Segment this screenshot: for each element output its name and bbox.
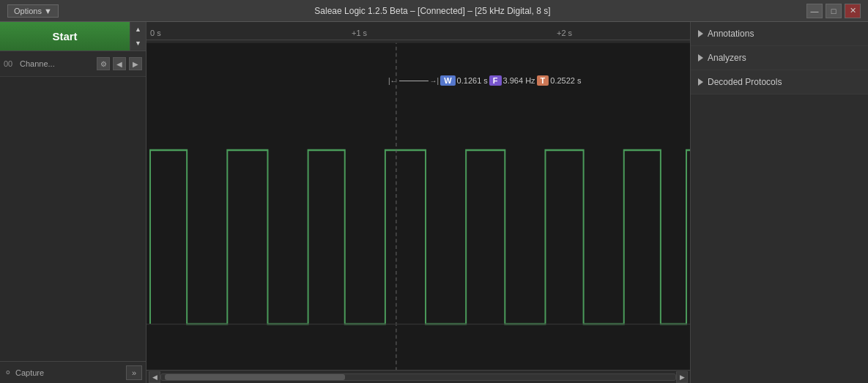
gear-icon: ⚙: [100, 60, 107, 68]
analyzers-label: Analyzers: [708, 53, 746, 63]
measurement-period-value: 0.2522 s: [550, 76, 581, 85]
next-icon: ▶: [133, 60, 138, 68]
options-button[interactable]: Options ▼: [7, 4, 59, 18]
measurement-bar: |← →| W 0.1261 s F 3.964 Hz T 0.2522 s: [388, 75, 582, 86]
expand-button[interactable]: »: [126, 365, 142, 380]
measure-left-arrow: |←: [388, 77, 398, 85]
left-panel-spacer: [0, 77, 146, 361]
decoded-protocols-header[interactable]: Decoded Protocols: [691, 70, 868, 94]
badge-f-label: F: [493, 76, 498, 85]
expand-icon: »: [132, 368, 136, 377]
channel-next-button[interactable]: ▶: [129, 57, 142, 70]
close-button[interactable]: ✕: [845, 4, 861, 18]
right-panel: Annotations Analyzers Decoded Protocols: [690, 22, 868, 383]
horizontal-scrollbar[interactable]: ◀ ▶: [146, 370, 690, 383]
channel-number: 00: [4, 59, 17, 68]
time-ruler: 0 s +1 s +2 s: [146, 22, 690, 40]
waveform-canvas[interactable]: |← →| W 0.1261 s F 3.964 Hz T 0.2522 s: [146, 40, 690, 370]
title-bar: Options ▼ Saleae Logic 1.2.5 Beta – [Con…: [0, 0, 868, 22]
arrow-down-button[interactable]: ▼: [130, 37, 146, 51]
waveform-svg: [146, 40, 690, 370]
start-row: Start ▲ ▼: [0, 22, 146, 51]
annotations-expand-icon: [698, 30, 703, 37]
measurement-width-badge: W: [440, 75, 455, 86]
scroll-thumb[interactable]: [165, 374, 345, 380]
annotations-section: Annotations: [691, 22, 868, 46]
right-panel-spacer: [691, 94, 868, 383]
main-layout: Start ▲ ▼ 00 Channe... ⚙ ◀ ▶: [0, 22, 868, 383]
waveform-area: 0 s +1 s +2 s |← →| W 0.1261 s F 3.964 H…: [146, 22, 690, 383]
channel-gear-button[interactable]: ⚙: [97, 57, 110, 70]
time-label-0: 0 s: [150, 29, 161, 37]
arrow-up-icon: ▲: [135, 26, 141, 33]
time-label-1: +1 s: [352, 29, 367, 37]
scroll-left-button[interactable]: ◀: [149, 371, 160, 383]
annotations-header[interactable]: Annotations: [691, 22, 868, 45]
decoded-protocols-section: Decoded Protocols: [691, 70, 868, 94]
analyzers-expand-icon: [698, 54, 703, 62]
svg-rect-3: [146, 40, 690, 43]
scroll-right-button[interactable]: ▶: [676, 371, 688, 383]
capture-label: Capture: [15, 368, 44, 377]
analyzers-section: Analyzers: [691, 46, 868, 70]
start-button[interactable]: Start: [0, 22, 130, 51]
measurement-width-value: 0.1261 s: [457, 76, 488, 85]
measure-right-arrow: →|: [430, 77, 439, 85]
measurement-period-badge: T: [537, 75, 549, 86]
time-label-2: +2 s: [557, 29, 572, 37]
capture-dots-icon: ⚬: [4, 367, 12, 379]
start-label: Start: [52, 30, 77, 42]
channel-name-label: Channe...: [20, 59, 94, 68]
scroll-track[interactable]: [160, 373, 676, 381]
options-label: Options ▼: [14, 7, 52, 15]
decoded-protocols-expand-icon: [698, 78, 703, 86]
annotations-label: Annotations: [708, 29, 754, 39]
badge-t-label: T: [541, 76, 546, 85]
analyzers-header[interactable]: Analyzers: [691, 46, 868, 70]
bottom-toolbar: ⚬ Capture »: [0, 361, 146, 383]
left-panel: Start ▲ ▼ 00 Channe... ⚙ ◀ ▶: [0, 22, 146, 383]
channel-row: 00 Channe... ⚙ ◀ ▶: [0, 51, 146, 77]
channel-prev-button[interactable]: ◀: [113, 57, 126, 70]
maximize-button[interactable]: □: [826, 4, 842, 18]
measurement-freq-badge: F: [489, 75, 502, 86]
window-controls: — □ ✕: [806, 4, 861, 18]
measurement-freq-value: 3.964 Hz: [503, 76, 535, 85]
window-title: Saleae Logic 1.2.5 Beta – [Connected] – …: [59, 6, 806, 16]
decoded-protocols-label: Decoded Protocols: [708, 77, 782, 87]
prev-icon: ◀: [116, 60, 122, 68]
badge-w-label: W: [444, 76, 451, 85]
minimize-button[interactable]: —: [806, 4, 823, 18]
start-arrows: ▲ ▼: [130, 22, 146, 51]
arrow-down-icon: ▼: [135, 40, 141, 47]
arrow-up-button[interactable]: ▲: [130, 22, 146, 37]
